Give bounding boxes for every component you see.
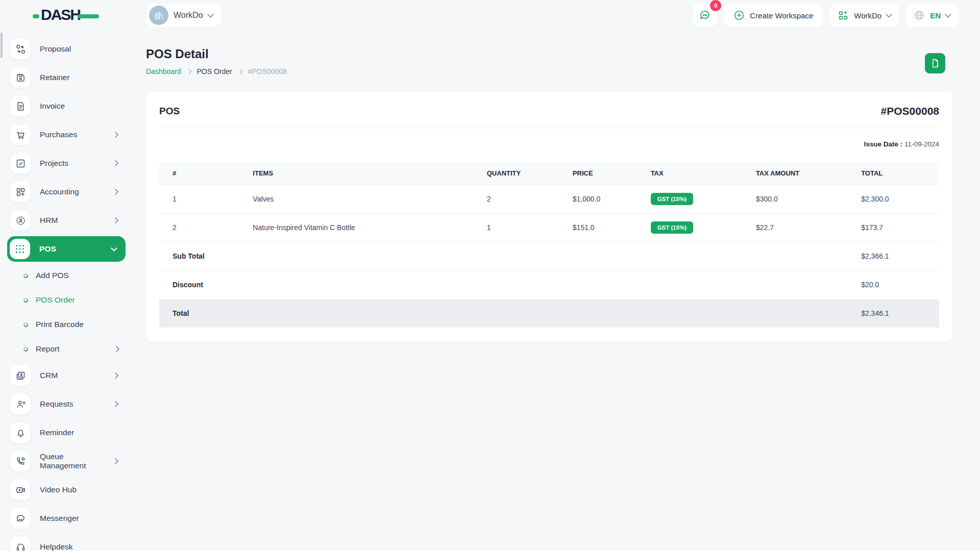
sidebar-item-label: Proposal (40, 44, 121, 54)
sidebar-item-label: Accounting (40, 187, 104, 196)
table-header-cell: PRICE (573, 162, 651, 185)
table-cell: Nature-Inspired Vitamin C Bottle (253, 213, 486, 242)
create-workspace-button[interactable]: Create Workspace (723, 4, 823, 27)
workspace-switcher[interactable]: WorkDo (146, 4, 221, 27)
chevron-right-icon (186, 69, 191, 74)
chevron-right-icon (113, 346, 119, 352)
sidebar-item-label: Invoice (40, 102, 121, 111)
sidebar-item-invoice[interactable]: Invoice (7, 92, 126, 120)
workdo-menu-label: WorkDo (854, 11, 881, 20)
breadcrumb-dashboard-link[interactable]: Dashboard (146, 67, 181, 76)
tax-cell: GST (15%) (651, 213, 756, 242)
card-title: POS (159, 106, 180, 117)
dash-logo: DASH (33, 8, 99, 23)
sidebar-item-retainer[interactable]: Retainer (7, 63, 126, 92)
chevron-down-icon (207, 11, 214, 18)
sidebar-item-label: Purchases (40, 130, 104, 139)
issue-date-value: 11-09-2024 (904, 140, 939, 148)
pos-icon (10, 239, 30, 259)
sidebar: ProposalRetainerInvoicePurchasesProjects… (0, 31, 133, 551)
chevron-right-icon (237, 69, 242, 74)
table-cell: $173.7 (861, 213, 939, 242)
sidebar-item-queue-management[interactable]: Queue Management (7, 447, 126, 475)
chevron-down-icon (111, 245, 117, 252)
sidebar-item-label: Projects (40, 159, 104, 168)
globe-icon (914, 10, 925, 21)
logo-accent-bar (78, 14, 99, 18)
sidebar-item-pos[interactable]: POS (7, 236, 126, 262)
duplicate-pos-button[interactable] (925, 53, 945, 73)
summary-value-cell: $2,366.1 (861, 242, 939, 270)
purchases-icon (10, 124, 31, 145)
chevron-right-icon (112, 132, 118, 137)
tax-badge: GST (15%) (651, 193, 694, 205)
sidebar-item-accounting[interactable]: Accounting (7, 178, 126, 206)
table-cell: 1 (159, 185, 253, 213)
table-header-cell: # (159, 162, 253, 185)
messages-button[interactable]: 0 (693, 4, 717, 27)
messages-count-badge: 0 (710, 0, 721, 11)
sidebar-item-video-hub[interactable]: Video Hub (7, 475, 126, 504)
table-cell: $1,000.0 (573, 185, 651, 213)
sidebar-subitem-pos-order[interactable]: POS Order (7, 288, 126, 312)
plus-circle-icon (733, 10, 745, 21)
sidebar-item-helpdesk[interactable]: Helpdesk (7, 533, 126, 551)
table-cell: $151.0 (573, 213, 651, 242)
hrm-icon (10, 210, 31, 231)
sidebar-subitem-report[interactable]: Report (7, 337, 126, 361)
sidebar-item-label: HRM (40, 216, 104, 225)
breadcrumb-pos-order[interactable]: POS Order (197, 67, 232, 76)
topbar: DASH WorkDo 0 Create Workspace (0, 0, 980, 31)
summary-label-cell: Total (159, 299, 861, 328)
table-row: 2Nature-Inspired Vitamin C Bottle1$151.0… (159, 213, 939, 242)
table-cell: 1 (487, 213, 573, 242)
table-cell: Valves (253, 185, 486, 213)
invoice-icon (10, 96, 31, 116)
sidebar-item-proposal[interactable]: Proposal (7, 35, 126, 63)
sidebar-item-label: Queue Management (40, 452, 104, 470)
language-selector[interactable]: EN (905, 4, 959, 27)
table-header-cell: TOTAL (861, 162, 939, 185)
sidebar-item-projects[interactable]: Projects (7, 149, 126, 178)
chevron-right-icon (112, 217, 118, 223)
sidebar-subitem-label: POS Order (36, 295, 126, 305)
chevron-right-icon (112, 372, 118, 378)
file-plus-icon (930, 58, 940, 68)
tax-cell: GST (15%) (651, 185, 756, 213)
workspace-name: WorkDo (174, 11, 203, 20)
sidebar-subitem-print-barcode[interactable]: Print Barcode (7, 312, 126, 337)
table-cell: $22.7 (756, 213, 861, 242)
sidebar-item-purchases[interactable]: Purchases (7, 120, 126, 149)
table-cell: 2 (487, 185, 573, 213)
total-row: Total$2,346.1 (159, 299, 939, 328)
tax-badge: GST (15%) (651, 221, 694, 234)
pos-items-table: #ITEMSQUANTITYPRICETAXTAX AMOUNTTOTAL 1V… (159, 162, 939, 328)
summary-label: Sub Total (173, 252, 205, 260)
bullet-icon (23, 346, 29, 352)
breadcrumb-pos-number: #POS00008 (248, 67, 287, 76)
summary-label-cell: Sub Total (159, 242, 861, 270)
requests-icon (10, 394, 31, 414)
chevron-right-icon (112, 189, 118, 194)
sidebar-item-label: POS (39, 244, 103, 254)
summary-value-cell: $20.0 (861, 270, 939, 299)
summary-row: Discount$20.0 (159, 270, 939, 299)
chevron-right-icon (112, 401, 118, 407)
breadcrumb: Dashboard POS Order #POS00008 (146, 67, 952, 76)
sidebar-item-label: Retainer (40, 73, 121, 82)
workdo-menu-button[interactable]: WorkDo (829, 4, 899, 27)
sidebar-item-reminder[interactable]: Reminder (7, 418, 126, 447)
accounting-icon (10, 182, 31, 202)
sidebar-subitem-label: Print Barcode (36, 320, 126, 329)
crm-icon (10, 365, 31, 386)
table-header-cell: TAX (651, 162, 756, 185)
table-cell: $300.0 (756, 185, 861, 213)
sidebar-item-crm[interactable]: CRM (7, 361, 126, 390)
chat-icon (699, 9, 711, 21)
sidebar-item-hrm[interactable]: HRM (7, 206, 126, 235)
sidebar-subitem-add-pos[interactable]: Add POS (7, 263, 126, 288)
sidebar-item-requests[interactable]: Requests (7, 390, 126, 418)
workspace-avatar (149, 6, 168, 25)
sidebar-item-messenger[interactable]: Messenger (7, 504, 126, 533)
projects-icon (10, 153, 31, 173)
